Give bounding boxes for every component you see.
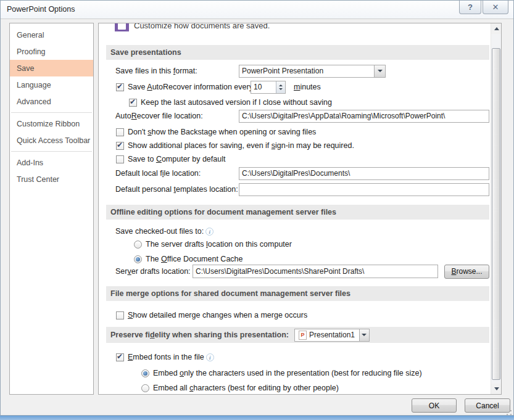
additional-places-row: Show additional places for saving, even … (116, 139, 354, 152)
ok-button[interactable]: OK (412, 398, 457, 413)
section-header-preserve-fidelity: Preserve fidelity when sharing this pres… (106, 327, 489, 343)
additional-places-label: Show additional places for saving, even … (128, 141, 354, 150)
autorecover-location-value: C:\Users\DigitalPres\AppData\Roaming\Mic… (242, 112, 445, 120)
default-local-input[interactable]: C:\Users\DigitalPres\Documents\ (239, 167, 489, 180)
scroll-down-button[interactable] (491, 384, 502, 394)
section-header-file-merge: File merge options for shared document m… (106, 286, 489, 301)
info-icon[interactable] (205, 228, 213, 236)
resize-grip[interactable] (506, 410, 512, 415)
sidebar-item-language[interactable]: Language (10, 76, 93, 93)
sidebar-item-label: Proofing (17, 47, 46, 56)
sidebar-item-advanced[interactable]: Advanced (10, 93, 93, 110)
section-header-label: Preserve fidelity when sharing this pres… (110, 331, 289, 339)
presentation-dropdown-value: Presentation1 (309, 331, 355, 339)
save-format-value: PowerPoint Presentation (242, 67, 323, 75)
sidebar-item-label: Add-Ins (17, 159, 43, 167)
save-format-row: Save files in this format: PowerPoint Pr… (115, 64, 386, 78)
scroll-up-button[interactable] (491, 23, 502, 34)
keep-autosaved-row: Keep the last autosaved version if I clo… (129, 96, 332, 109)
keep-autosaved-checkbox[interactable] (129, 99, 137, 107)
ok-button-label: OK (429, 401, 439, 410)
help-icon: ? (468, 2, 473, 12)
sidebar-separator (11, 151, 92, 152)
scroll-down-icon (494, 387, 499, 390)
embed-only-radio-row: Embed only the characters used in the pr… (141, 366, 422, 380)
sidebar-item-save[interactable]: Save (10, 60, 93, 76)
server-drafts-radio-label: The server drafts location on this compu… (146, 240, 292, 249)
sidebar-item-general[interactable]: General (10, 27, 93, 43)
close-button[interactable]: ✕ (483, 1, 508, 14)
backstage-label: Don't show the Backstage when opening or… (128, 128, 316, 136)
default-local-row: Default local file location: C:\Users\Di… (115, 167, 489, 180)
background-window-strip (0, 416, 514, 420)
autorecover-minutes-spinner[interactable]: 10 (251, 81, 286, 94)
spin-down-icon[interactable] (279, 88, 283, 90)
section-header-label: Offline editing options for document man… (110, 208, 336, 216)
sidebar-separator (11, 112, 92, 113)
dialog-title: PowerPoint Options (7, 5, 75, 14)
backstage-row: Don't show the Backstage when opening or… (116, 125, 316, 139)
save-disk-icon (115, 23, 129, 31)
server-drafts-location-value: C:\Users\DigitalPres\Documents\SharePoin… (196, 267, 364, 276)
office-cache-radio[interactable] (134, 255, 142, 263)
embed-only-radio[interactable] (141, 369, 149, 377)
save-autorecover-checkbox[interactable] (116, 83, 124, 91)
server-drafts-location-label: Server drafts location: (115, 267, 193, 276)
vertical-scrollbar[interactable] (491, 23, 501, 394)
section-header-label: Save presentations (110, 48, 181, 57)
office-cache-radio-label: The Office Document Cache (146, 255, 243, 263)
sidebar-item-customize-ribbon[interactable]: Customize Ribbon (10, 115, 93, 132)
sidebar-item-add-ins[interactable]: Add-Ins (10, 154, 93, 171)
cancel-button-label: Cancel (476, 401, 499, 410)
chevron-down-icon[interactable] (374, 65, 385, 77)
default-local-value: C:\Users\DigitalPres\Documents\ (242, 169, 350, 178)
default-templates-input[interactable] (239, 183, 489, 196)
server-drafts-location-row: Server drafts location: C:\Users\Digital… (115, 264, 489, 279)
save-to-computer-row: Save to Computer by default (116, 152, 225, 166)
cancel-button[interactable]: Cancel (465, 398, 510, 413)
autorecover-location-row: AutoRecover file location: C:\Users\Digi… (115, 109, 489, 123)
default-templates-label: Default personal templates location: (115, 185, 239, 194)
info-icon[interactable] (206, 353, 214, 361)
section-header-label: File merge options for shared document m… (110, 289, 350, 298)
server-drafts-radio-row: The server drafts location on this compu… (134, 237, 292, 251)
scrollbar-thumb[interactable] (492, 48, 500, 380)
save-format-dropdown[interactable]: PowerPoint Presentation (239, 65, 386, 78)
sidebar-item-label: General (17, 31, 44, 39)
sidebar-item-quick-access-toolbar[interactable]: Quick Access Toolbar (10, 132, 93, 149)
save-to-computer-checkbox[interactable] (116, 155, 124, 163)
embed-fonts-label: Embed fonts in the file (128, 353, 204, 361)
additional-places-checkbox[interactable] (116, 142, 124, 150)
sidebar-item-label: Customize Ribbon (17, 120, 80, 128)
sidebar-item-label: Save (17, 64, 35, 73)
page-intro: Customize how documents are saved. (134, 23, 270, 33)
checked-out-row: Save checked-out files to: (115, 224, 213, 238)
sidebar-item-proofing[interactable]: Proofing (10, 43, 93, 60)
merge-changes-checkbox[interactable] (116, 311, 124, 319)
browse-button[interactable]: Browse... (444, 265, 489, 279)
embed-all-radio-row: Embed all characters (best for editing b… (141, 381, 339, 395)
server-drafts-location-input[interactable]: C:\Users\DigitalPres\Documents\SharePoin… (193, 265, 438, 278)
spin-up-icon[interactable] (279, 84, 283, 86)
section-header-offline-editing: Offline editing options for document man… (106, 205, 489, 220)
powerpoint-file-icon: P (299, 331, 307, 340)
save-format-label: Save files in this format: (115, 67, 239, 75)
sidebar-item-label: Trust Center (17, 175, 59, 184)
server-drafts-radio[interactable] (134, 241, 142, 249)
sidebar-item-label: Quick Access Toolbar (17, 136, 90, 145)
default-local-label: Default local file location: (115, 169, 239, 178)
chevron-down-icon[interactable] (359, 329, 369, 341)
save-to-computer-label: Save to Computer by default (128, 155, 225, 163)
merge-changes-label: Show detailed merge changes when a merge… (128, 311, 307, 319)
backstage-checkbox[interactable] (116, 128, 124, 136)
autorecover-location-label: AutoRecover file location: (115, 112, 239, 120)
merge-changes-row: Show detailed merge changes when a merge… (116, 308, 307, 322)
embed-fonts-checkbox[interactable] (116, 353, 124, 361)
save-autorecover-label: Save AutoRecover information every (128, 83, 251, 91)
sidebar-item-trust-center[interactable]: Trust Center (10, 171, 93, 187)
presentation-dropdown[interactable]: P Presentation1 (294, 329, 370, 342)
autorecover-location-input[interactable]: C:\Users\DigitalPres\AppData\Roaming\Mic… (239, 110, 489, 123)
minutes-value[interactable]: 10 (251, 83, 276, 91)
embed-all-radio[interactable] (141, 384, 149, 392)
help-button[interactable]: ? (459, 1, 481, 14)
